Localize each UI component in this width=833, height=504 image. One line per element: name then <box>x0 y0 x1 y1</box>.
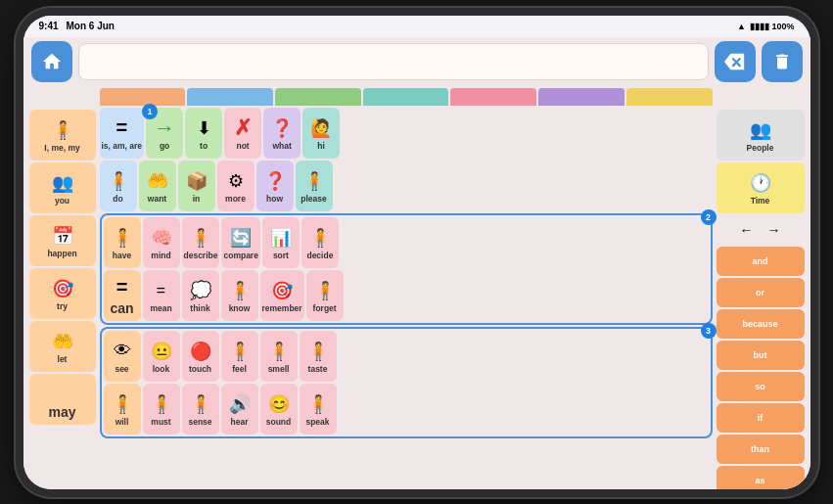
word-cell-not[interactable]: ✗ not <box>224 108 261 159</box>
word-cell-please[interactable]: 🧍 please <box>296 160 333 211</box>
backspace-button[interactable] <box>715 41 756 82</box>
main-row-2: 🧍 do 🤲 want 📦 in ⚙ mo <box>100 160 713 211</box>
word-cell-think[interactable]: 💭 think <box>182 270 219 321</box>
word-cell-may[interactable]: may <box>29 374 96 425</box>
right-word-than[interactable]: than <box>717 435 805 464</box>
main-content: 🧍 I, me, my 👥 you 📅 happen <box>23 37 810 489</box>
word-cell-see[interactable]: 👁 see <box>104 331 141 382</box>
word-cell-sound[interactable]: 😊 sound <box>260 384 298 435</box>
status-time: 9:41 <box>39 21 59 31</box>
word-cell-sense[interactable]: 🧍 sense <box>182 384 219 435</box>
word-cell-will[interactable]: 🧍 will <box>104 384 141 435</box>
word-cell-happen[interactable]: 📅 happen <box>29 215 96 266</box>
word-cell-know[interactable]: 🧍 know <box>221 270 258 321</box>
word-cell-what[interactable]: ❓ what <box>263 108 301 159</box>
cat-orange[interactable] <box>100 88 186 106</box>
cat-purple[interactable] <box>538 88 625 106</box>
cat-teal[interactable] <box>363 88 449 106</box>
word-cell-remember[interactable]: 🎯 remember <box>260 270 304 321</box>
word-cell-want[interactable]: 🤲 want <box>139 160 176 211</box>
main-row-6: 🧍 will 🧍 must 🧍 sense <box>104 384 709 435</box>
word-cell-describe[interactable]: 🧍 describe <box>182 217 220 268</box>
word-cell-feel[interactable]: 🧍 feel <box>221 331 258 382</box>
word-cell-do[interactable]: 🧍 do <box>100 160 137 211</box>
word-cell-mind[interactable]: 🧠 mind <box>143 217 180 268</box>
text-input-bar[interactable] <box>78 43 709 80</box>
word-cell-how[interactable]: ❓ how <box>256 160 294 211</box>
badge-2: 2 <box>701 209 717 225</box>
ipad-frame: 9:41 Mon 6 Jun ▲ ▮▮▮▮ 100% <box>16 8 818 497</box>
nav-arrows: ← → <box>717 215 805 245</box>
right-word-and[interactable]: and <box>717 247 805 276</box>
word-cell-taste[interactable]: 🧍 taste <box>300 331 337 382</box>
main-row-5: 👁 see 😐 look 🔴 touch <box>104 331 709 382</box>
right-special-row1: 👥 People <box>717 110 805 160</box>
right-words-list: and or because but so if than as else <box>717 247 805 489</box>
word-cell-forget[interactable]: 🧍 forget <box>306 270 344 321</box>
word-cell-in[interactable]: 📦 in <box>178 160 215 211</box>
section-3: 3 👁 see 😐 look 🔴 <box>100 327 713 438</box>
left-sidebar: 🧍 I, me, my 👥 you 📅 happen <box>29 88 96 489</box>
word-cell-hear[interactable]: 🔊 hear <box>221 384 258 435</box>
word-cell-go[interactable]: 1 → go <box>146 108 183 159</box>
wifi-icon: ▲ <box>737 22 746 31</box>
word-cell-let[interactable]: 🤲 let <box>29 321 96 372</box>
right-word-because[interactable]: because <box>717 309 805 339</box>
left-arrow-button[interactable]: ← <box>734 217 760 243</box>
word-cell-more[interactable]: ⚙ more <box>217 160 255 211</box>
cat-green[interactable] <box>275 88 361 106</box>
right-word-if[interactable]: if <box>717 403 805 433</box>
right-word-or[interactable]: or <box>717 278 805 307</box>
word-cell-speak[interactable]: 🧍 speak <box>300 384 337 435</box>
word-cell-can[interactable]: = can <box>104 270 141 321</box>
word-cell-you[interactable]: 👥 you <box>29 162 96 213</box>
word-cell-try[interactable]: 🎯 try <box>29 268 96 319</box>
word-cell-i-me-my[interactable]: 🧍 I, me, my <box>29 110 96 160</box>
center-grid: = is, am, are 1 → go ⬇ to <box>100 88 713 489</box>
top-bar <box>23 37 810 86</box>
category-tabs <box>100 88 713 106</box>
word-cell-is-am-are[interactable]: = is, am, are <box>100 108 145 159</box>
cat-yellow[interactable] <box>626 88 713 106</box>
right-word-as[interactable]: as <box>717 466 805 489</box>
main-row-4: = can = mean 💭 think <box>104 270 709 321</box>
ipad-screen: 9:41 Mon 6 Jun ▲ ▮▮▮▮ 100% <box>23 16 810 489</box>
delete-button[interactable] <box>762 41 803 82</box>
cat-blue[interactable] <box>187 88 273 106</box>
word-cell-smell[interactable]: 🧍 smell <box>260 331 298 382</box>
status-date: Mon 6 Jun <box>67 21 115 31</box>
badge-3: 3 <box>701 323 717 339</box>
word-cell-to[interactable]: ⬇ to <box>185 108 222 159</box>
word-cell-time[interactable]: 🕐 Time <box>717 162 805 213</box>
word-cell-hi[interactable]: 🙋 hi <box>302 108 340 159</box>
section-2: 2 🧍 have 🧠 mind � <box>100 213 713 325</box>
word-cell-look[interactable]: 😐 look <box>143 331 180 382</box>
main-row-3: 🧍 have 🧠 mind 🧍 describe <box>104 217 709 268</box>
word-cell-sort[interactable]: 📊 sort <box>262 217 300 268</box>
battery-icon: ▮▮▮▮ 100% <box>750 22 795 31</box>
home-button[interactable] <box>31 41 72 82</box>
status-bar: 9:41 Mon 6 Jun ▲ ▮▮▮▮ 100% <box>23 16 810 37</box>
word-cell-people[interactable]: 👥 People <box>717 110 805 160</box>
word-cell-compare[interactable]: 🔄 compare <box>221 217 259 268</box>
badge-1: 1 <box>142 104 158 119</box>
main-row-1: = is, am, are 1 → go ⬇ to <box>100 108 713 159</box>
word-cell-mean[interactable]: = mean <box>143 270 180 321</box>
right-special-row2: 🕐 Time <box>717 162 805 213</box>
right-arrow-button[interactable]: → <box>762 217 787 243</box>
word-cell-decide[interactable]: 🧍 decide <box>301 217 339 268</box>
word-cell-must[interactable]: 🧍 must <box>143 384 180 435</box>
right-word-so[interactable]: so <box>717 372 805 401</box>
right-word-but[interactable]: but <box>717 341 805 370</box>
cat-pink[interactable] <box>450 88 536 106</box>
grid-area: 🧍 I, me, my 👥 you 📅 happen <box>23 86 810 489</box>
word-cell-touch[interactable]: 🔴 touch <box>182 331 219 382</box>
word-cell-have[interactable]: 🧍 have <box>104 217 141 268</box>
right-column: 👥 People 🕐 Time ← → <box>717 88 805 489</box>
